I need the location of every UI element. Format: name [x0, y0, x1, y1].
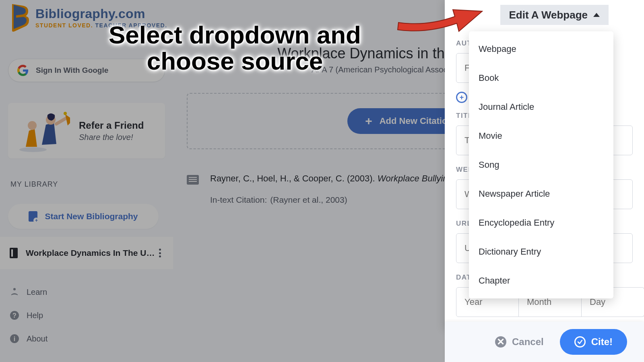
dropdown-item-movie[interactable]: Movie: [469, 121, 613, 150]
svg-point-1: [28, 121, 37, 130]
panel-footer: ✕ Cancel Cite!: [445, 322, 644, 362]
svg-point-3: [64, 112, 67, 115]
dropdown-item-book[interactable]: Book: [469, 64, 613, 93]
dropdown-item-chapter[interactable]: Chapter: [469, 266, 613, 295]
start-new-bibliography-label: Start New Bibliography: [45, 212, 138, 221]
refer-illustration: [18, 109, 70, 153]
nav-learn[interactable]: Learn: [8, 280, 165, 304]
in-text-citation: In-text Citation:(Rayner et al., 2003): [210, 195, 455, 205]
svg-point-5: [13, 288, 16, 290]
dropdown-item-dictionary-entry[interactable]: Dictionary Entry: [469, 237, 613, 266]
close-circle-icon: ✕: [495, 336, 506, 348]
info-icon: i: [10, 334, 19, 343]
svg-point-0: [19, 147, 47, 152]
nav-about[interactable]: i About: [8, 327, 165, 350]
svg-text:i: i: [14, 335, 15, 342]
refer-friend-card[interactable]: Refer a Friend Share the love!: [8, 103, 165, 158]
library-item-label: Workplace Dynamics In The United States: [26, 248, 156, 258]
chevron-up-icon: [593, 13, 600, 17]
refer-title: Refer a Friend: [79, 120, 144, 131]
cancel-button[interactable]: ✕ Cancel: [495, 336, 544, 348]
my-library-heading: MY LIBRARY: [10, 180, 165, 189]
google-icon: [17, 65, 29, 76]
new-bibliography-icon: [29, 211, 37, 222]
source-type-label: Edit A Webpage: [509, 9, 588, 21]
book-icon: [10, 248, 18, 258]
logo-mark: [9, 2, 30, 33]
plus-circle-icon: +: [456, 92, 467, 103]
dropdown-item-encyclopedia-entry[interactable]: Encyclopedia Entry: [469, 208, 613, 237]
library-item[interactable]: Workplace Dynamics In The United States: [0, 237, 173, 269]
nav-help[interactable]: ? Help: [8, 304, 165, 327]
google-signin-label: Sign In With Google: [36, 66, 108, 75]
help-icon: ?: [10, 311, 19, 320]
instruction-callout: Select dropdown and choose source: [109, 22, 361, 74]
citation-icon: [187, 175, 199, 185]
source-type-dropdown: Webpage Book Journal Article Movie Song …: [469, 31, 613, 298]
brand-name: Bibliography.com: [35, 6, 167, 21]
check-circle-icon: [574, 336, 586, 348]
svg-text:?: ?: [12, 312, 17, 319]
cite-button[interactable]: Cite!: [560, 329, 627, 355]
add-citation-label: Add New Citation: [380, 116, 453, 126]
edit-citation-panel: AUTHOR(S) ✕ + TITLE WEBSITE URL DATE PUB…: [445, 0, 644, 330]
more-icon[interactable]: [156, 247, 163, 259]
start-new-bibliography-button[interactable]: Start New Bibliography: [8, 204, 159, 229]
dropdown-item-journal-article[interactable]: Journal Article: [469, 93, 613, 121]
plus-icon: +: [365, 115, 372, 127]
learn-icon: [10, 287, 19, 297]
dropdown-item-webpage[interactable]: Webpage: [469, 35, 613, 64]
source-type-selector[interactable]: Edit A Webpage: [500, 5, 609, 25]
arrow-annotation: [394, 0, 483, 39]
refer-subtitle: Share the love!: [79, 133, 144, 142]
citation-text: Rayner, C., Hoel, H., & Cooper, C. (2003…: [210, 173, 455, 184]
dropdown-item-song[interactable]: Song: [469, 150, 613, 179]
dropdown-item-newspaper-article[interactable]: Newspaper Article: [469, 179, 613, 208]
